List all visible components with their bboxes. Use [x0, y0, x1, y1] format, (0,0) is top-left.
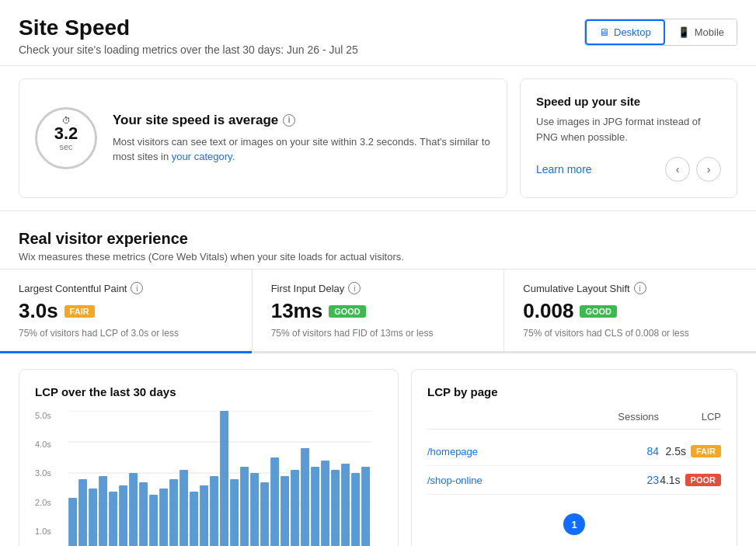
svg-rect-8	[89, 489, 97, 546]
svg-rect-12	[129, 473, 138, 546]
page-title: Site Speed	[19, 16, 358, 40]
col-page-header	[427, 411, 597, 423]
metric-lcp-sub: 75% of visitors had LCP of 3.0s or less	[19, 328, 233, 339]
svg-rect-26	[270, 457, 279, 546]
row-page-0: /homepage	[427, 445, 597, 457]
svg-rect-21	[220, 411, 228, 546]
metric-lcp-value: 3.0s	[19, 299, 58, 323]
desktop-icon: 🖥	[599, 26, 609, 38]
prev-tip-button[interactable]: ‹	[665, 157, 690, 182]
svg-rect-20	[210, 476, 218, 546]
row-page-1: /shop-online	[427, 474, 597, 486]
metric-cls-value: 0.008	[523, 299, 573, 323]
header-left: Site Speed Check your site's loading met…	[19, 16, 358, 56]
speed-text-area: Your site speed is average i Most visito…	[113, 113, 491, 165]
metric-fid-value-row: 13ms GOOD	[271, 299, 486, 323]
svg-rect-6	[68, 498, 77, 546]
col-lcp-header: LCP	[659, 411, 721, 423]
nav-arrows: ‹ ›	[665, 157, 721, 182]
metric-fid-badge: GOOD	[329, 305, 366, 318]
svg-rect-27	[280, 476, 289, 546]
section-title: Real visitor experience	[19, 230, 737, 248]
svg-rect-16	[169, 479, 178, 546]
speed-number: 3.2	[54, 125, 78, 142]
y-label-3: 3.0s	[35, 468, 51, 478]
speed-overview: ⏱ 3.2 sec Your site speed is average i M…	[19, 78, 737, 198]
table-row: /homepage 84 2.5s FAIR	[427, 437, 721, 466]
speed-main-card: ⏱ 3.2 sec Your site speed is average i M…	[19, 78, 507, 198]
speed-info-icon[interactable]: i	[283, 114, 295, 127]
speed-circle-inner: 3.2 sec	[54, 125, 78, 151]
speed-headline: Your site speed is average i	[113, 113, 491, 128]
metric-lcp-value-row: 3.0s FAIR	[19, 299, 233, 323]
page-link-1[interactable]: /shop-online	[427, 475, 483, 486]
page-table-header: Sessions LCP	[427, 411, 721, 429]
lcp-info-icon[interactable]: i	[131, 282, 143, 294]
page-header: Site Speed Check your site's loading met…	[0, 0, 756, 66]
svg-rect-25	[260, 482, 269, 546]
metric-cls-sub: 75% of visitors had CLS of 0.008 or less	[523, 328, 737, 339]
device-toggle: 🖥 Desktop 📱 Mobile	[584, 19, 737, 46]
speed-tip-desc: Use images in JPG format instead of PNG …	[536, 114, 721, 144]
svg-rect-28	[291, 470, 299, 546]
charts-area: LCP over the last 30 days 5.0s 4.0s 3.0s…	[0, 353, 756, 546]
svg-rect-31	[321, 461, 329, 546]
svg-rect-30	[311, 467, 319, 546]
real-visitor-section: Real visitor experience Wix measures the…	[0, 210, 756, 269]
svg-rect-13	[139, 482, 148, 546]
desktop-button[interactable]: 🖥 Desktop	[585, 19, 665, 45]
metric-fid-value: 13ms	[271, 299, 323, 323]
svg-rect-19	[200, 485, 208, 546]
y-label-1: 1.0s	[35, 527, 51, 536]
chart-svg	[57, 411, 382, 546]
row-lcp-1: 4.1s POOR	[659, 474, 721, 486]
row-lcp-value-1: 4.1s	[660, 474, 680, 486]
metric-cls-badge: GOOD	[580, 305, 617, 318]
speed-tip-title: Speed up your site	[536, 95, 721, 108]
y-label-4: 4.0s	[35, 440, 51, 449]
svg-rect-33	[341, 464, 350, 546]
mobile-button[interactable]: 📱 Mobile	[665, 19, 737, 45]
row-lcp-badge-1: POOR	[685, 474, 721, 486]
svg-rect-34	[351, 473, 360, 546]
col-sessions-header: Sessions	[597, 411, 659, 423]
svg-rect-18	[190, 492, 198, 546]
svg-rect-24	[250, 473, 259, 546]
metric-lcp-label: Largest Contentful Paint i	[19, 282, 233, 294]
metric-cls[interactable]: Cumulative Layout Shift i 0.008 GOOD 75%…	[504, 270, 756, 351]
pagination: 1	[427, 513, 721, 535]
category-link[interactable]: your category	[172, 151, 232, 162]
speed-unit: sec	[54, 142, 78, 151]
metric-fid[interactable]: First Input Delay i 13ms GOOD 75% of vis…	[253, 270, 505, 351]
metric-lcp[interactable]: Largest Contentful Paint i 3.0s FAIR 75%…	[0, 270, 253, 351]
lcp-page-title: LCP by page	[427, 385, 721, 398]
y-label-2: 2.0s	[35, 498, 51, 507]
metric-cls-value-row: 0.008 GOOD	[523, 299, 737, 323]
speed-circle: ⏱ 3.2 sec	[35, 107, 97, 169]
metric-fid-sub: 75% of visitors had FID of 13ms or less	[271, 328, 486, 339]
mobile-icon: 📱	[678, 26, 690, 38]
y-label-5: 5.0s	[35, 411, 51, 420]
fid-info-icon[interactable]: i	[348, 282, 361, 294]
y-axis-labels: 5.0s 4.0s 3.0s 2.0s 1.0s 0.0s	[35, 411, 51, 546]
svg-rect-29	[301, 448, 309, 546]
lcp-chart-card: LCP over the last 30 days 5.0s 4.0s 3.0s…	[19, 369, 399, 546]
metric-cls-label: Cumulative Layout Shift i	[523, 282, 737, 294]
timer-icon: ⏱	[62, 116, 71, 125]
metric-fid-label: First Input Delay i	[271, 282, 486, 294]
metric-lcp-badge: FAIR	[64, 305, 95, 318]
page-subtitle: Check your site's loading metrics over t…	[19, 43, 358, 56]
lcp-page-card: LCP by page Sessions LCP /homepage 84 2.…	[411, 369, 737, 546]
chart-title: LCP over the last 30 days	[35, 385, 382, 398]
learn-more-link[interactable]: Learn more	[536, 163, 592, 176]
page-number[interactable]: 1	[563, 513, 585, 535]
svg-rect-9	[99, 476, 107, 546]
cls-info-icon[interactable]: i	[634, 282, 646, 294]
page-link-0[interactable]: /homepage	[427, 446, 478, 457]
chart-body: Jun 26 Jul 25	[57, 411, 382, 546]
svg-rect-7	[78, 479, 87, 546]
speed-tip-card: Speed up your site Use images in JPG for…	[520, 78, 737, 198]
next-tip-button[interactable]: ›	[696, 157, 721, 182]
svg-rect-14	[149, 495, 158, 546]
svg-rect-15	[159, 489, 168, 546]
